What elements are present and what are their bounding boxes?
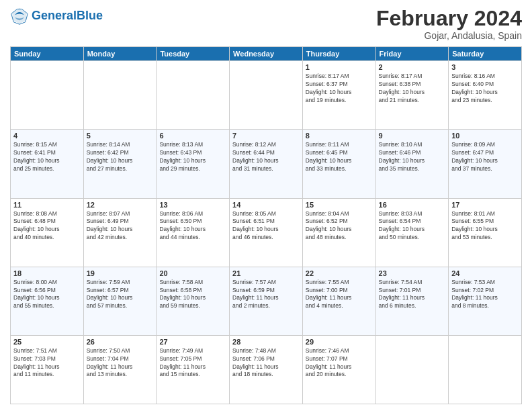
day-info: Sunrise: 7:58 AM Sunset: 6:58 PM Dayligh… — [159, 279, 226, 311]
calendar-cell: 18Sunrise: 8:00 AM Sunset: 6:56 PM Dayli… — [11, 267, 84, 335]
logo-blue: Blue — [77, 9, 103, 22]
calendar-row-3: 18Sunrise: 8:00 AM Sunset: 6:56 PM Dayli… — [11, 267, 522, 335]
weekday-monday: Monday — [83, 47, 157, 61]
day-number: 16 — [379, 201, 446, 209]
calendar-cell: 5Sunrise: 8:14 AM Sunset: 6:42 PM Daylig… — [83, 130, 157, 198]
day-info: Sunrise: 8:05 AM Sunset: 6:51 PM Dayligh… — [232, 210, 300, 242]
day-number: 27 — [159, 338, 226, 346]
day-number: 10 — [451, 132, 519, 140]
header: GeneralBlue February 2024 Gojar, Andalus… — [10, 7, 522, 41]
day-number: 9 — [379, 132, 446, 140]
day-info: Sunrise: 8:01 AM Sunset: 6:55 PM Dayligh… — [451, 210, 519, 242]
day-info: Sunrise: 7:48 AM Sunset: 7:06 PM Dayligh… — [232, 347, 300, 379]
day-info: Sunrise: 7:50 AM Sunset: 7:04 PM Dayligh… — [87, 347, 154, 379]
weekday-friday: Friday — [375, 47, 449, 61]
day-number: 11 — [13, 201, 81, 209]
day-info: Sunrise: 8:14 AM Sunset: 6:42 PM Dayligh… — [87, 141, 154, 173]
calendar-cell: 13Sunrise: 8:06 AM Sunset: 6:50 PM Dayli… — [157, 198, 230, 267]
day-info: Sunrise: 8:13 AM Sunset: 6:43 PM Dayligh… — [159, 141, 226, 173]
calendar-cell: 14Sunrise: 8:05 AM Sunset: 6:51 PM Dayli… — [230, 198, 303, 267]
day-number: 1 — [306, 63, 373, 71]
day-number: 3 — [451, 63, 519, 71]
day-number: 21 — [232, 269, 300, 277]
day-info: Sunrise: 8:16 AM Sunset: 6:40 PM Dayligh… — [451, 73, 519, 105]
month-title: February 2024 — [376, 7, 522, 30]
day-number: 6 — [159, 132, 226, 140]
page: GeneralBlue February 2024 Gojar, Andalus… — [0, 0, 532, 411]
day-info: Sunrise: 8:06 AM Sunset: 6:50 PM Dayligh… — [159, 210, 226, 242]
calendar-row-2: 11Sunrise: 8:08 AM Sunset: 6:48 PM Dayli… — [11, 198, 522, 267]
calendar-cell: 15Sunrise: 8:04 AM Sunset: 6:52 PM Dayli… — [302, 198, 375, 267]
weekday-header-row: SundayMondayTuesdayWednesdayThursdayFrid… — [11, 47, 522, 61]
day-number: 18 — [13, 269, 81, 277]
logo-text: GeneralBlue — [32, 9, 103, 23]
weekday-saturday: Saturday — [449, 47, 522, 61]
day-number: 15 — [306, 201, 373, 209]
calendar-row-1: 4Sunrise: 8:15 AM Sunset: 6:41 PM Daylig… — [11, 130, 522, 198]
day-info: Sunrise: 7:57 AM Sunset: 6:59 PM Dayligh… — [232, 279, 300, 311]
day-info: Sunrise: 7:59 AM Sunset: 6:57 PM Dayligh… — [87, 279, 154, 311]
day-number: 25 — [13, 338, 81, 346]
day-info: Sunrise: 7:55 AM Sunset: 7:00 PM Dayligh… — [306, 279, 373, 311]
calendar-cell: 1Sunrise: 8:17 AM Sunset: 6:37 PM Daylig… — [302, 61, 375, 130]
calendar-cell: 21Sunrise: 7:57 AM Sunset: 6:59 PM Dayli… — [230, 267, 303, 335]
calendar-cell: 22Sunrise: 7:55 AM Sunset: 7:00 PM Dayli… — [302, 267, 375, 335]
calendar-cell: 17Sunrise: 8:01 AM Sunset: 6:55 PM Dayli… — [449, 198, 522, 267]
day-number: 29 — [306, 338, 373, 346]
day-info: Sunrise: 8:08 AM Sunset: 6:48 PM Dayligh… — [13, 210, 81, 242]
weekday-wednesday: Wednesday — [230, 47, 303, 61]
calendar-cell: 28Sunrise: 7:48 AM Sunset: 7:06 PM Dayli… — [230, 335, 303, 404]
day-number: 13 — [159, 201, 226, 209]
day-info: Sunrise: 7:49 AM Sunset: 7:05 PM Dayligh… — [159, 347, 226, 379]
calendar: SundayMondayTuesdayWednesdayThursdayFrid… — [10, 46, 522, 404]
day-number: 20 — [159, 269, 226, 277]
weekday-tuesday: Tuesday — [157, 47, 230, 61]
calendar-row-0: 1Sunrise: 8:17 AM Sunset: 6:37 PM Daylig… — [11, 61, 522, 130]
day-info: Sunrise: 7:46 AM Sunset: 7:07 PM Dayligh… — [306, 347, 373, 379]
calendar-cell: 26Sunrise: 7:50 AM Sunset: 7:04 PM Dayli… — [83, 335, 157, 404]
day-number: 17 — [451, 201, 519, 209]
day-number: 12 — [87, 201, 154, 209]
svg-marker-0 — [13, 8, 27, 25]
day-info: Sunrise: 8:03 AM Sunset: 6:54 PM Dayligh… — [379, 210, 446, 242]
day-info: Sunrise: 8:07 AM Sunset: 6:49 PM Dayligh… — [87, 210, 154, 242]
day-number: 2 — [379, 63, 446, 71]
day-number: 28 — [232, 338, 300, 346]
day-number: 4 — [13, 132, 81, 140]
calendar-cell: 23Sunrise: 7:54 AM Sunset: 7:01 PM Dayli… — [375, 267, 449, 335]
weekday-thursday: Thursday — [302, 47, 375, 61]
day-number: 24 — [451, 269, 519, 277]
day-number: 5 — [87, 132, 154, 140]
day-info: Sunrise: 8:09 AM Sunset: 6:47 PM Dayligh… — [451, 141, 519, 173]
day-number: 23 — [379, 269, 446, 277]
calendar-cell: 8Sunrise: 8:11 AM Sunset: 6:45 PM Daylig… — [302, 130, 375, 198]
day-info: Sunrise: 8:15 AM Sunset: 6:41 PM Dayligh… — [13, 141, 81, 173]
calendar-cell — [230, 61, 303, 130]
calendar-cell — [375, 335, 449, 404]
day-info: Sunrise: 7:51 AM Sunset: 7:03 PM Dayligh… — [13, 347, 81, 379]
day-number: 19 — [87, 269, 154, 277]
day-number: 22 — [306, 269, 373, 277]
calendar-cell: 19Sunrise: 7:59 AM Sunset: 6:57 PM Dayli… — [83, 267, 157, 335]
day-info: Sunrise: 8:10 AM Sunset: 6:46 PM Dayligh… — [379, 141, 446, 173]
day-info: Sunrise: 8:17 AM Sunset: 6:37 PM Dayligh… — [306, 73, 373, 105]
day-number: 7 — [232, 132, 300, 140]
calendar-cell — [83, 61, 157, 130]
calendar-cell: 24Sunrise: 7:53 AM Sunset: 7:02 PM Dayli… — [449, 267, 522, 335]
weekday-sunday: Sunday — [11, 47, 84, 61]
day-info: Sunrise: 8:00 AM Sunset: 6:56 PM Dayligh… — [13, 279, 81, 311]
day-info: Sunrise: 8:12 AM Sunset: 6:44 PM Dayligh… — [232, 141, 300, 173]
calendar-cell — [157, 61, 230, 130]
calendar-cell: 4Sunrise: 8:15 AM Sunset: 6:41 PM Daylig… — [11, 130, 84, 198]
logo-general: General — [32, 9, 77, 22]
logo-icon — [10, 7, 29, 26]
calendar-cell: 7Sunrise: 8:12 AM Sunset: 6:44 PM Daylig… — [230, 130, 303, 198]
logo: GeneralBlue — [10, 7, 103, 26]
day-info: Sunrise: 7:53 AM Sunset: 7:02 PM Dayligh… — [451, 279, 519, 311]
calendar-cell: 27Sunrise: 7:49 AM Sunset: 7:05 PM Dayli… — [157, 335, 230, 404]
calendar-cell: 29Sunrise: 7:46 AM Sunset: 7:07 PM Dayli… — [302, 335, 375, 404]
location: Gojar, Andalusia, Spain — [376, 30, 522, 41]
day-info: Sunrise: 8:11 AM Sunset: 6:45 PM Dayligh… — [306, 141, 373, 173]
day-number: 26 — [87, 338, 154, 346]
day-number: 8 — [306, 132, 373, 140]
